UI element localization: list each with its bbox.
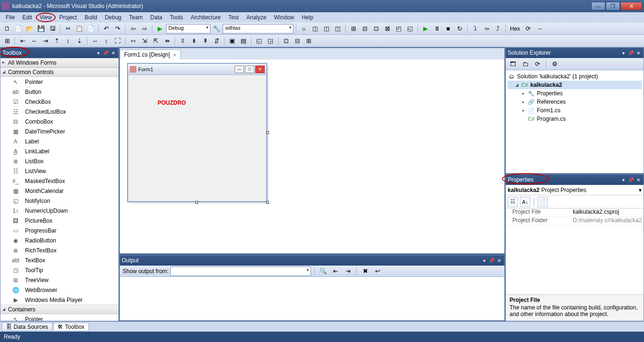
platform-combo[interactable]: odhlas bbox=[223, 24, 293, 33]
props-close-icon[interactable]: ✕ bbox=[635, 176, 642, 183]
tree-project[interactable]: ◢C#kalkulacka2 bbox=[508, 81, 642, 89]
form-min-button[interactable]: — bbox=[234, 66, 244, 73]
tab-data-sources[interactable]: 🗄Data Sources bbox=[2, 323, 52, 331]
tb-misc-8[interactable]: ⊠ bbox=[382, 24, 393, 34]
copy-button[interactable]: 📋 bbox=[74, 24, 84, 34]
output-body[interactable] bbox=[120, 277, 504, 320]
toolbox-item[interactable]: ≣RichTextBox bbox=[0, 245, 118, 255]
solution-tree[interactable]: 🗂Solution 'kalkulacka2' (1 project) ◢C#k… bbox=[506, 70, 644, 173]
menu-debug[interactable]: Debug bbox=[101, 13, 125, 22]
align-middle[interactable]: ↕ bbox=[63, 36, 73, 46]
properties-selector[interactable]: kalkulacka2 Project Properties ▾ bbox=[506, 185, 644, 195]
menu-edit[interactable]: Edit bbox=[18, 13, 36, 22]
menu-tools[interactable]: Tools bbox=[166, 13, 187, 22]
toolbox-item[interactable]: ◉RadioButton bbox=[0, 235, 118, 245]
toolbox-item[interactable]: ☳CheckedListBox bbox=[0, 107, 118, 117]
hspace-inc[interactable]: ⇲ bbox=[139, 36, 150, 46]
toolbox-item[interactable]: ≣ListBox bbox=[0, 156, 118, 166]
align-grid[interactable]: ⊞ bbox=[2, 36, 12, 46]
dbg-start[interactable]: ▶ bbox=[420, 24, 431, 34]
resize-handle-e[interactable] bbox=[266, 131, 269, 134]
undo-button[interactable]: ↶ bbox=[101, 24, 111, 34]
menu-help[interactable]: Help bbox=[298, 13, 317, 22]
tb-misc-9[interactable]: ◰ bbox=[393, 24, 404, 34]
toolbox-item[interactable]: ◳ToolTip bbox=[0, 265, 118, 275]
new-project-button[interactable]: 🗋 bbox=[2, 24, 12, 34]
minimize-button[interactable]: — bbox=[591, 2, 605, 10]
toolbox-cat-common[interactable]: Common Controls bbox=[0, 67, 118, 77]
toolbox-item[interactable]: ▦MonthCalendar bbox=[0, 186, 118, 196]
form-close-button[interactable]: ✕ bbox=[255, 66, 265, 73]
tb-tail-1[interactable]: ⟳ bbox=[523, 24, 533, 34]
form-max-button[interactable]: □ bbox=[245, 66, 254, 73]
menu-team[interactable]: Team bbox=[125, 13, 146, 22]
redo-button[interactable]: ↷ bbox=[112, 24, 123, 34]
designer-surface[interactable]: Form1 — □ ✕ POUZDRO bbox=[120, 59, 504, 253]
toolbox-item[interactable]: ↖Pointer bbox=[0, 77, 118, 87]
toolbox-pin-icon[interactable]: 📌 bbox=[102, 50, 109, 56]
paste-button[interactable]: 📄 bbox=[85, 24, 96, 34]
config-combo[interactable]: Debug bbox=[166, 24, 210, 33]
output-prev-button[interactable]: ⇤ bbox=[330, 266, 341, 276]
properties-grid[interactable]: Project File kalkulacka2.csproj Project … bbox=[506, 209, 644, 294]
toolbox-item[interactable]: A̲LinkLabel bbox=[0, 146, 118, 156]
save-all-button[interactable]: 🖫 bbox=[47, 24, 58, 34]
tb-tail-2[interactable]: → bbox=[534, 24, 544, 34]
step-over[interactable]: ⤼ bbox=[481, 24, 492, 34]
layout-more[interactable]: ⊞ bbox=[303, 36, 314, 46]
same-size[interactable]: ⛶ bbox=[112, 36, 123, 46]
tree-references[interactable]: ▸🔗References bbox=[508, 98, 642, 106]
menu-test[interactable]: Test bbox=[225, 13, 243, 22]
tab-toolbox[interactable]: 🛠Toolbox bbox=[53, 323, 89, 331]
dbg-pause[interactable]: ⏸ bbox=[432, 24, 442, 34]
align-left[interactable]: ⇤ bbox=[17, 36, 28, 46]
prop-value[interactable]: D:\materialy c#\kalkulacka2 bbox=[571, 217, 644, 225]
output-clear-button[interactable]: ✖ bbox=[360, 266, 370, 276]
start-button[interactable]: ▶ bbox=[155, 24, 165, 34]
expand-icon[interactable]: ▸ bbox=[521, 91, 526, 96]
toolbox-item[interactable]: ↖ Pointer bbox=[0, 314, 118, 321]
tb-misc-4[interactable]: ◫ bbox=[333, 24, 343, 34]
solexp-showall-button[interactable]: 🗀 bbox=[520, 59, 530, 69]
menu-project[interactable]: Project bbox=[56, 13, 81, 22]
same-height[interactable]: ↕ bbox=[101, 36, 111, 46]
solexp-close-icon[interactable]: ✕ bbox=[635, 50, 642, 56]
output-source-combo[interactable] bbox=[170, 267, 311, 276]
toolbox-cat-containers[interactable]: Containers bbox=[0, 305, 118, 314]
prop-value[interactable]: kalkulacka2.csproj bbox=[571, 209, 644, 217]
align-center-h[interactable]: ↔ bbox=[29, 36, 39, 46]
hex-label[interactable]: Hex bbox=[508, 25, 522, 32]
dbg-stop[interactable]: ■ bbox=[443, 24, 453, 34]
tab-close-icon[interactable]: ✕ bbox=[173, 52, 176, 58]
menu-build[interactable]: Build bbox=[81, 13, 101, 22]
align-bottom[interactable]: ⇣ bbox=[74, 36, 84, 46]
dropdown-icon[interactable]: ▾ bbox=[639, 187, 642, 193]
nav-fwd-button[interactable]: ⇨ bbox=[139, 24, 150, 34]
tb-misc-2[interactable]: ◫ bbox=[310, 24, 320, 34]
output-pin-icon[interactable]: 📌 bbox=[488, 257, 495, 264]
solexp-pin-icon[interactable]: 📌 bbox=[627, 50, 634, 56]
solexp-dropdown-icon[interactable]: ▾ bbox=[620, 50, 627, 56]
props-pin-icon[interactable]: 📌 bbox=[627, 176, 634, 183]
step-into[interactable]: ⤵ bbox=[470, 24, 480, 34]
align-right[interactable]: ⇥ bbox=[40, 36, 50, 46]
toolbox-item[interactable]: ☷ListView bbox=[0, 166, 118, 176]
cut-button[interactable]: ✂ bbox=[63, 24, 73, 34]
prop-row[interactable]: Project File kalkulacka2.csproj bbox=[506, 209, 644, 217]
hspace-rem[interactable]: ⇻ bbox=[162, 36, 172, 46]
props-pages-button[interactable]: 📄 bbox=[537, 197, 548, 207]
label-control[interactable]: POUZDRO bbox=[158, 100, 186, 106]
tb-misc-1[interactable]: ☼ bbox=[299, 24, 309, 34]
same-width[interactable]: ↔ bbox=[90, 36, 100, 46]
toolbox-item[interactable]: ⊞TreeView bbox=[0, 275, 118, 285]
close-button[interactable]: ✕ bbox=[620, 2, 642, 10]
solexp-code-button[interactable]: ⚙ bbox=[550, 59, 560, 69]
toolbox-item[interactable]: ◱NotifyIcon bbox=[0, 196, 118, 206]
output-find-button[interactable]: 🔍 bbox=[318, 266, 328, 276]
menu-file[interactable]: File bbox=[2, 13, 18, 22]
tree-solution[interactable]: 🗂Solution 'kalkulacka2' (1 project) bbox=[508, 72, 642, 81]
nav-back-button[interactable]: ⇦ bbox=[128, 24, 138, 34]
hspace-dec[interactable]: ⇱ bbox=[151, 36, 161, 46]
toolbox-list[interactable]: All Windows Forms Common Controls ↖Point… bbox=[0, 58, 118, 321]
tree-program[interactable]: C#Program.cs bbox=[508, 115, 642, 123]
